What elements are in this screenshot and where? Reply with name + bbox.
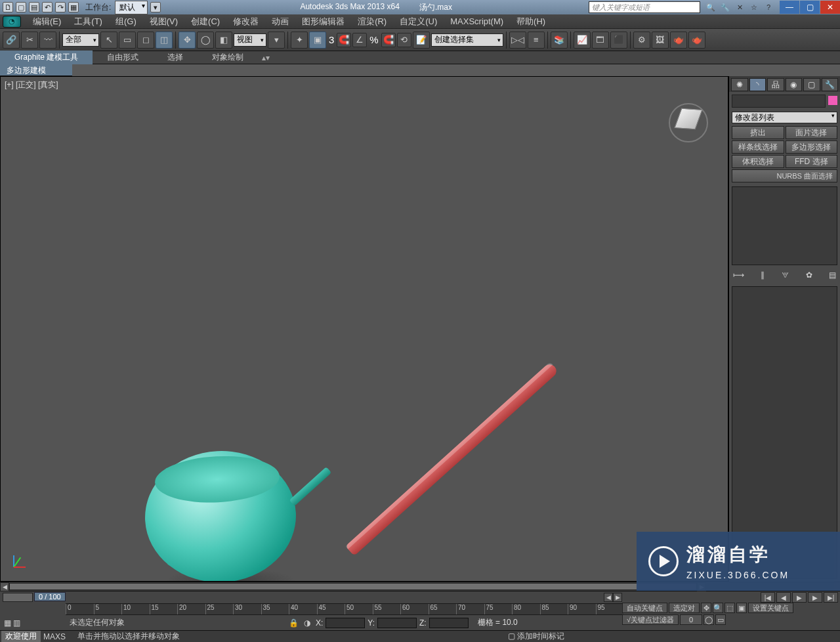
menu-item[interactable]: 动画 (265, 15, 295, 28)
menu-item[interactable]: 视图(V) (143, 15, 184, 28)
align-icon[interactable]: ≡ (528, 32, 545, 49)
lock-icon[interactable]: 🔒 (289, 618, 299, 628)
mod-btn-ffdsel[interactable]: FFD 选择 (786, 155, 838, 168)
unlink-icon[interactable]: ✂ (21, 32, 38, 49)
save-icon[interactable]: ▤ (29, 2, 39, 12)
ribbon-collapse-icon[interactable]: ▴▾ (262, 53, 270, 62)
time-slider-thumb[interactable] (3, 593, 33, 602)
scroll-left-icon[interactable]: ◀ (0, 582, 9, 591)
scale-icon[interactable]: ◧ (215, 32, 232, 49)
next-frame-icon[interactable]: ▶ (808, 592, 822, 603)
goto-end-icon[interactable]: ▶| (824, 592, 838, 603)
selection-filter-dropdown[interactable]: 全部 (62, 33, 99, 47)
mirror-icon[interactable]: ▷◁ (509, 32, 526, 49)
viewcube[interactable] (669, 103, 708, 142)
search-input[interactable]: 键入关键字或短语 (589, 1, 700, 13)
workspace-dropdown[interactable]: 默认 (115, 1, 148, 14)
x-field[interactable] (326, 618, 365, 628)
object-color-swatch[interactable] (828, 96, 837, 105)
menu-item[interactable]: 修改器 (226, 15, 265, 28)
render-prod-icon[interactable]: 🫖 (688, 32, 705, 49)
close-button[interactable]: ✕ (820, 1, 840, 14)
iso-icon[interactable]: ◑ (304, 618, 310, 628)
tab-create-icon[interactable]: ✺ (731, 78, 748, 91)
layers-icon[interactable]: 📚 (551, 32, 568, 49)
modifier-stack[interactable] (732, 186, 837, 265)
mod-btn-nurbs[interactable]: NURBS 曲面选择 (732, 169, 837, 182)
ribbon-tab-paint[interactable]: 对象绘制 (198, 51, 258, 64)
redo-icon[interactable]: ↷ (55, 2, 66, 12)
sel-set-dropdown[interactable]: 选定对 (669, 603, 700, 613)
transform-typein-icon[interactable]: ▦ ▥ (0, 618, 66, 628)
timeline-prev-icon[interactable]: ◀ (604, 593, 613, 602)
scroll-thumb[interactable] (9, 583, 697, 590)
pivot-icon[interactable]: ▾ (268, 32, 285, 49)
percent-snap-icon[interactable]: 🧲 (381, 33, 396, 47)
new-icon[interactable]: 🗋 (3, 2, 13, 12)
nav-zoom-icon[interactable]: 🔍 (713, 603, 723, 613)
y-field[interactable] (377, 618, 417, 628)
menu-item[interactable]: 创建(C) (184, 15, 226, 28)
spinner-snap-icon[interactable]: ⟲ (397, 33, 411, 47)
object-name-field[interactable] (732, 95, 826, 108)
nav-max-icon[interactable]: ▭ (715, 614, 726, 625)
link-icon[interactable]: 🔗 (3, 32, 20, 49)
goto-start-icon[interactable]: |◀ (761, 592, 775, 603)
tab-motion-icon[interactable]: ◉ (786, 78, 803, 91)
search-icon[interactable]: 🔍 (705, 2, 716, 12)
z-field[interactable] (429, 618, 469, 628)
app-logo-icon[interactable]: ◔ (3, 16, 21, 28)
named-selection-dropdown[interactable]: 创建选择集 (431, 33, 503, 47)
rotate-icon[interactable]: ◯ (197, 32, 214, 49)
mod-btn-volsel[interactable]: 体积选择 (732, 155, 784, 168)
schematic-icon[interactable]: 🗔 (592, 32, 609, 49)
time-tag-icon[interactable]: ▢ 添加时间标记 (508, 631, 564, 642)
manipulate-icon[interactable]: ✦ (291, 32, 308, 49)
keyboard-shortcut-icon[interactable]: ▣ (309, 32, 326, 49)
auto-key-button[interactable]: 自动关键点 (622, 603, 667, 613)
ref-coord-dropdown[interactable]: 视图 (234, 33, 266, 47)
qat-more-icon[interactable]: ▾ (150, 2, 161, 12)
menu-item[interactable]: 渲染(R) (351, 15, 393, 28)
mod-btn-patchsel[interactable]: 面片选择 (786, 126, 838, 139)
key-filter-button[interactable]: √ 关键点过滤器 (622, 614, 679, 625)
modifier-list-dropdown[interactable]: 修改器列表 (732, 112, 837, 123)
nav-fov-icon[interactable]: ⬚ (724, 603, 735, 613)
select-name-icon[interactable]: ▭ (119, 32, 136, 49)
tab-modify-icon[interactable]: ◝ (749, 78, 766, 91)
window-crossing-icon[interactable]: ◫ (156, 32, 173, 49)
menu-item[interactable]: 工具(T) (68, 15, 109, 28)
star-icon[interactable]: ☆ (749, 2, 759, 12)
open-icon[interactable]: ▢ (16, 2, 26, 12)
nav-zoomext-icon[interactable]: ▣ (736, 603, 747, 613)
set-key-button[interactable]: 设置关键点 (748, 603, 793, 613)
make-unique-icon[interactable]: ⩔ (782, 270, 789, 280)
timeline-next-icon[interactable]: ▶ (613, 593, 622, 602)
frame-input[interactable]: 0 (680, 614, 702, 625)
viewport-label[interactable]: [+] [正交] [真实] (5, 79, 58, 91)
minimize-button[interactable]: — (780, 1, 799, 14)
exchange-icon[interactable]: ✕ (734, 2, 745, 12)
tab-hierarchy-icon[interactable]: 品 (767, 78, 784, 91)
tab-utilities-icon[interactable]: 🔧 (822, 78, 839, 91)
pin-stack-icon[interactable]: ⟼ (733, 270, 744, 280)
nav-pan-icon[interactable]: ✥ (701, 603, 711, 613)
menu-item[interactable]: 图形编辑器 (295, 15, 351, 28)
viewport[interactable]: [+] [正交] [真实] (0, 76, 728, 582)
menu-item[interactable]: MAXScript(M) (444, 15, 510, 28)
ribbon-tab-graphite[interactable]: Graphite 建模工具 (0, 51, 93, 64)
mod-btn-splinesel[interactable]: 样条线选择 (732, 140, 784, 154)
menu-item[interactable]: 编辑(E) (26, 15, 68, 28)
curve-editor-icon[interactable]: 📈 (574, 32, 591, 49)
material-editor-icon[interactable]: ⬛ (610, 32, 627, 49)
play-icon[interactable]: ▶ (792, 592, 807, 603)
time-ruler[interactable]: 0510152025303540455055606570758085909510… (66, 603, 623, 615)
menu-item[interactable]: 帮助(H) (510, 15, 552, 28)
undo-icon[interactable]: ↶ (42, 2, 52, 12)
menu-item[interactable]: 组(G) (109, 15, 143, 28)
show-end-icon[interactable]: ∥ (761, 270, 765, 280)
bind-icon[interactable]: 〰 (39, 32, 56, 49)
ribbon-tab-selection[interactable]: 选择 (153, 51, 198, 64)
mod-btn-extrude[interactable]: 挤出 (732, 126, 784, 139)
maximize-button[interactable]: ▢ (800, 1, 820, 14)
